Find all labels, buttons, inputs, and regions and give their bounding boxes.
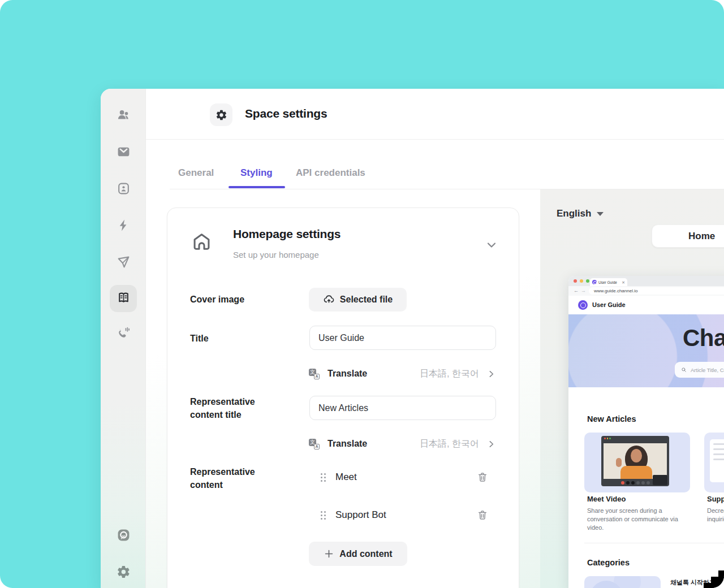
page-header: Space settings — [146, 89, 724, 140]
card-subtitle: Set up your homepage — [233, 250, 319, 260]
sidebar-item-channel[interactable] — [110, 522, 137, 550]
translate-row-rep-title[interactable]: 文 A Translate 日本語, 한국어 — [309, 437, 496, 451]
article-title: Meet Video — [587, 495, 626, 503]
rep-content-title-label: Representative content title — [190, 395, 281, 421]
support-bot-thumbnail — [710, 439, 724, 482]
active-tab-underline — [229, 186, 285, 188]
home-tab-label: Home — [688, 231, 715, 242]
sidebar — [101, 89, 146, 588]
phone-waves-icon — [117, 326, 131, 343]
favicon-channel-icon — [592, 280, 597, 284]
inbox-icon — [117, 145, 131, 161]
trash-icon[interactable] — [477, 472, 488, 483]
tab-styling[interactable]: Styling — [240, 167, 273, 179]
browser-tab: User Guide ✕ — [590, 278, 627, 286]
content-item-label: Support Bot — [335, 509, 386, 521]
translate-icon: 文 A — [309, 369, 320, 379]
new-articles-heading: New Articles — [587, 414, 636, 423]
title-input[interactable] — [309, 326, 496, 350]
content-item-label: Meet — [335, 472, 357, 483]
browser-tabstrip: User Guide ✕ — [568, 276, 724, 286]
content-item-support-bot: Support Bot — [309, 503, 496, 528]
sidebar-item-automation[interactable] — [110, 213, 137, 240]
plus-icon — [324, 548, 334, 559]
app-window: Space settings General Styling API crede… — [101, 89, 724, 588]
collapse-chevron-icon[interactable] — [485, 238, 498, 254]
home-icon — [191, 231, 212, 255]
card-title: Homepage settings — [233, 227, 341, 241]
add-content-button[interactable]: Add content — [309, 542, 407, 566]
chevron-right-icon — [486, 439, 496, 449]
article-card-support-bot — [704, 433, 724, 492]
categories-heading: Categories — [587, 558, 630, 567]
article-description: Decrease inquiries — [707, 507, 724, 524]
url-bar: www.guide.channel.io — [589, 287, 724, 295]
preview-language-select[interactable]: English — [557, 208, 604, 219]
preview-home-tab[interactable]: Home — [652, 224, 724, 248]
desktop-background: Space settings General Styling API crede… — [0, 0, 724, 588]
traffic-lights-icon — [574, 279, 589, 283]
site-name: User Guide — [592, 301, 626, 308]
tab-close-icon: ✕ — [622, 280, 625, 284]
search-icon — [681, 367, 687, 373]
lightning-icon — [117, 218, 131, 235]
rep-content-label: Representative content — [190, 465, 281, 491]
sidebar-item-campaigns[interactable] — [110, 249, 137, 276]
browser-toolbar: ← → www.guide.channel.io — [568, 286, 724, 296]
trash-icon[interactable] — [477, 509, 488, 521]
chevron-right-icon — [486, 369, 496, 379]
corner-cursor-artifact — [718, 570, 724, 588]
space-settings-icon — [210, 103, 232, 126]
video-call-thumbnail — [601, 436, 669, 486]
sidebar-item-settings[interactable] — [110, 559, 137, 586]
article-card-meet-video — [584, 433, 690, 492]
translate-label: Translate — [327, 439, 367, 449]
sidebar-item-guide[interactable] — [110, 285, 137, 312]
translate-icon: 文 A — [309, 439, 320, 449]
cloud-upload-icon — [323, 294, 335, 306]
selected-file-label: Selected file — [340, 295, 393, 305]
hero-search-box: Article Title, Content — [675, 362, 724, 378]
sidebar-item-inbox[interactable] — [110, 139, 137, 166]
translate-row-title[interactable]: 文 A Translate 日本語, 한국어 — [309, 367, 496, 381]
content-item-meet: Meet — [309, 465, 496, 490]
gear-icon — [117, 565, 131, 581]
hero-banner: Cha Article Title, Content — [568, 314, 724, 387]
drag-handle-icon[interactable] — [321, 473, 326, 482]
contact-card-icon — [117, 181, 131, 198]
people-icon — [117, 108, 131, 124]
add-content-label: Add content — [339, 549, 392, 559]
site-header: User Guide — [568, 296, 724, 314]
hero-heading: Cha — [683, 325, 724, 352]
tabs-divider — [170, 189, 724, 189]
rep-content-title-input[interactable] — [309, 396, 496, 420]
sidebar-item-customers[interactable] — [110, 102, 137, 129]
selected-file-button[interactable]: Selected file — [309, 288, 407, 312]
translate-languages: 日本語, 한국어 — [420, 368, 479, 380]
article-title: Support Bot — [707, 495, 724, 503]
caret-down-icon — [597, 212, 604, 216]
homepage-settings-card: Homepage settings Set up your homepage C… — [167, 207, 519, 588]
cover-image-label: Cover image — [190, 293, 292, 306]
tab-general[interactable]: General — [178, 167, 214, 179]
browser-tab-title: User Guide — [598, 280, 620, 284]
category-card — [584, 576, 661, 588]
preview-page-body: New Articles Meet Video Share your scree… — [568, 387, 724, 588]
tab-api-credentials[interactable]: API credentials — [296, 167, 365, 179]
drag-handle-icon[interactable] — [321, 511, 326, 520]
sidebar-item-calls[interactable] — [110, 321, 137, 348]
channel-logo-icon — [117, 528, 131, 544]
back-arrow-icon: ← — [574, 288, 579, 293]
translate-label: Translate — [327, 369, 367, 379]
language-label: English — [557, 208, 591, 219]
title-label: Title — [190, 332, 292, 345]
browser-preview: User Guide ✕ ← → www.guide.channel.io Us… — [568, 276, 724, 588]
site-logo-icon — [578, 300, 588, 310]
section-divider — [584, 543, 724, 543]
page-title: Space settings — [245, 107, 327, 120]
sidebar-item-contacts[interactable] — [110, 176, 137, 203]
translate-languages: 日本語, 한국어 — [420, 438, 479, 450]
open-book-icon — [117, 291, 131, 307]
paper-plane-icon — [117, 255, 131, 271]
search-placeholder: Article Title, Content — [691, 367, 724, 373]
